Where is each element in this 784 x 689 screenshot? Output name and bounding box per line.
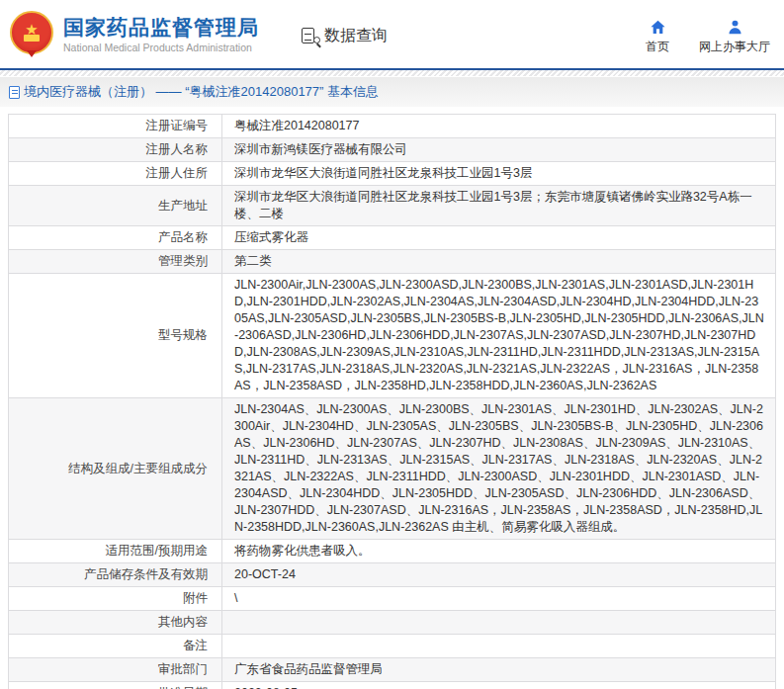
table-row: 产品名称 压缩式雾化器 [9, 226, 776, 250]
table-row: 适用范围/预期用途 将药物雾化供患者吸入。 [9, 540, 776, 563]
row-label: 适用范围/预期用途 [106, 544, 208, 558]
row-label: 管理类别 [158, 254, 208, 268]
brand-name-en: National Medical Products Administration [63, 42, 259, 53]
registration-info-table-wrap: 注册证编号 粤械注准20142080177 注册人名称 深圳市新鸿镁医疗器械有限… [8, 114, 776, 689]
registration-info-table: 注册证编号 粤械注准20142080177 注册人名称 深圳市新鸿镁医疗器械有限… [8, 114, 776, 689]
table-row: 注册人住所 深圳市龙华区大浪街道同胜社区龙泉科技工业园1号3层 [9, 162, 776, 186]
row-value: 深圳市龙华区大浪街道同胜社区龙泉科技工业园1号3层 [234, 166, 532, 180]
data-query-label: 数据查询 [324, 26, 388, 46]
site-header: ★ 国家药品监督管理局 National Medical Products Ad… [0, 0, 784, 68]
row-label: 生产地址 [158, 199, 208, 213]
emblem-circle: ★ [10, 11, 53, 54]
row-value: 20-OCT-24 [234, 567, 296, 581]
row-label: 注册人名称 [146, 142, 209, 156]
row-value: 深圳市龙华区大浪街道同胜社区龙泉科技工业园1号3层；东莞市塘厦镇诸佛岭实业路32… [234, 190, 752, 220]
table-row: 注册证编号 粤械注准20142080177 [9, 115, 776, 138]
table-row: 管理类别 第二类 [9, 250, 776, 274]
row-value: 将药物雾化供患者吸入。 [234, 544, 371, 558]
row-value: JLN-2304AS、JLN-2300AS、JLN-2300BS、JLN-230… [234, 402, 763, 534]
national-emblem-logo: ★ [10, 11, 53, 57]
home-icon [650, 19, 666, 36]
table-row: 产品储存条件及有效期 20-OCT-24 [9, 563, 776, 587]
page-title: 境内医疗器械（注册） —— “粤械注准20142080177” 基本信息 [24, 83, 379, 101]
row-value: 广东省食品药品监督管理局 [234, 662, 383, 676]
table-row: 注册人名称 深圳市新鸿镁医疗器械有限公司 [9, 138, 776, 162]
table-row: 其他内容 [9, 611, 776, 635]
data-query-module[interactable]: 数据查询 [301, 26, 388, 46]
page-title-bar: 境内医疗器械（注册） —— “粤械注准20142080177” 基本信息 [0, 77, 784, 107]
row-label: 备注 [183, 639, 208, 652]
row-label: 附件 [183, 591, 208, 605]
table-row: 审批部门 广东省食品药品监督管理局 [9, 658, 776, 682]
row-label: 产品名称 [158, 230, 208, 244]
nav-label-home: 首页 [646, 39, 669, 55]
hatch-band [0, 70, 784, 76]
table-row: 附件 \ [9, 587, 776, 611]
top-nav: 首页 网上办事大厅 [646, 19, 770, 55]
gate-icon [24, 35, 40, 42]
table-row: 结构及组成/主要组成成分 JLN-2304AS、JLN-2300AS、JLN-2… [9, 398, 776, 540]
row-label: 审批部门 [158, 662, 208, 676]
table-row: 批准日期 2022-08-05 [9, 682, 776, 689]
nav-item-service-hall[interactable]: 网上办事大厅 [699, 19, 770, 55]
document-search-icon [301, 27, 320, 46]
row-label: 注册证编号 [146, 119, 209, 132]
row-value: 压缩式雾化器 [234, 230, 308, 244]
brand-name-cn: 国家药品监督管理局 [63, 15, 259, 40]
row-label: 型号规格 [158, 328, 208, 342]
row-value: 第二类 [234, 254, 272, 268]
table-row: 型号规格 JLN-2300Air,JLN-2300AS,JLN-2300ASD,… [9, 274, 776, 398]
table-row: 备注 [9, 635, 776, 658]
user-icon [727, 19, 743, 36]
row-label: 注册人住所 [146, 166, 209, 180]
table-row: 生产地址 深圳市龙华区大浪街道同胜社区龙泉科技工业园1号3层；东莞市塘厦镇诸佛岭… [9, 186, 776, 226]
document-icon [9, 86, 20, 99]
row-value: \ [234, 591, 237, 605]
row-value: 粤械注准20142080177 [234, 119, 359, 132]
row-value: 深圳市新鸿镁医疗器械有限公司 [234, 142, 407, 156]
row-label: 产品储存条件及有效期 [84, 567, 208, 581]
row-label: 结构及组成/主要组成成分 [68, 462, 208, 475]
info-table-body: 注册证编号 粤械注准20142080177 注册人名称 深圳市新鸿镁医疗器械有限… [9, 115, 776, 689]
row-value: JLN-2300Air,JLN-2300AS,JLN-2300ASD,JLN-2… [234, 278, 764, 392]
nav-item-home[interactable]: 首页 [646, 19, 669, 55]
nav-label-service-hall: 网上办事大厅 [699, 39, 770, 55]
row-label: 其他内容 [158, 615, 208, 629]
brand-block: 国家药品监督管理局 National Medical Products Admi… [63, 15, 259, 53]
